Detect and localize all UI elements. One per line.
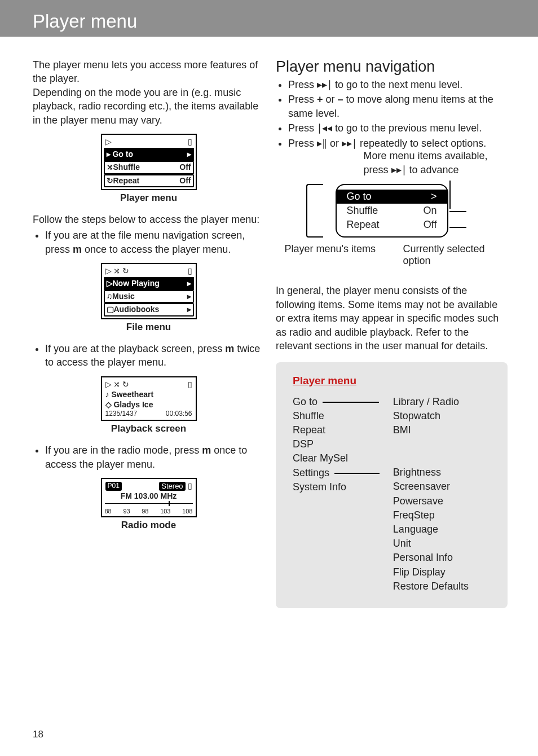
play-icon: ▷ <box>105 267 112 275</box>
device-caption-playback: Playback screen <box>33 423 264 434</box>
intro-paragraph-2: Depending on the mode you are in (e.g. m… <box>33 86 264 127</box>
repeat-icon: ↻ <box>122 267 129 275</box>
chevron-icon: ▸ <box>187 279 191 288</box>
nav-bullet-2: Press + or – to move along menu items at… <box>288 93 508 120</box>
panel-subitem: Brightness <box>393 465 491 480</box>
battery-icon: ▯ <box>188 482 192 490</box>
device-screen-playback: ▷ ⤨ ↻ ▯ ♪ Sweetheart ◇ Gladys Ice 1235/1… <box>101 376 197 421</box>
repeat-icon: ↻ <box>122 380 129 389</box>
diagram-item-value: > <box>431 191 437 203</box>
play-icon: ▷ <box>105 380 112 389</box>
headphones-icon: ♫ <box>107 292 113 301</box>
panel-subitem: FreqStep <box>393 508 491 522</box>
nav-bullet-4: Press ▸∥ or ▸▸∣ repeatedly to select opt… <box>288 137 508 150</box>
radio-tick: 108 <box>182 508 192 515</box>
device-screen-radio: P01 Stereo ▯ FM 103.00 MHz 88 93 98 103 … <box>101 478 197 517</box>
panel-item: Clear MySel <box>293 451 383 465</box>
chevron-icon: ▸ <box>187 150 191 159</box>
track-counter: 1235/1437 <box>105 410 138 417</box>
diagram-item-label: Go to <box>347 191 372 203</box>
diagram-item-label: Repeat <box>347 219 380 231</box>
fwd-icon: ▸▸∣ <box>317 78 332 91</box>
step-3: If you are in the radio mode, press m on… <box>45 443 264 471</box>
panel-item: DSP <box>293 437 383 451</box>
book-icon: ▢ <box>107 305 114 314</box>
panel-item: System Info <box>293 480 383 494</box>
panel-item-settings: Settings <box>293 466 383 480</box>
nav-bullet-1: Press ▸▸∣ to go to the next menu level. <box>288 78 508 91</box>
general-paragraph: In general, the player menu consists of … <box>276 284 508 353</box>
diagram-connector <box>449 211 466 212</box>
battery-icon: ▯ <box>188 380 192 389</box>
shuffle-icon: ⤨ <box>113 380 120 389</box>
panel-item: Repeat <box>293 423 383 437</box>
radio-tick: 103 <box>160 508 170 515</box>
radio-frequency: FM 103.00 MHz <box>104 492 194 500</box>
radio-stereo-badge: Stereo <box>159 482 185 491</box>
panel-subitem: Library / Radio <box>393 395 491 409</box>
m-key: m <box>202 445 211 456</box>
m-key: m <box>73 244 82 255</box>
battery-icon: ▯ <box>188 267 192 275</box>
title-bar: Player menu <box>0 0 538 37</box>
shuffle-icon: ⤨ <box>113 267 120 275</box>
device-caption-file-menu: File menu <box>33 322 264 333</box>
panel-subitem: Stopwatch <box>393 409 491 423</box>
play-icon: ▷ <box>107 279 113 288</box>
chevron-icon: ▸ <box>187 305 191 314</box>
menu-item-value: Off <box>179 163 191 172</box>
minus-key: – <box>338 94 343 105</box>
fwd-icon: ▸▸∣ <box>391 163 407 177</box>
device-caption-player-menu: Player menu <box>33 192 264 204</box>
shuffle-icon: ⤨ <box>107 163 113 172</box>
panel-subitem: Language <box>393 522 491 537</box>
radio-tick: 93 <box>123 508 130 515</box>
artist-icon: ◇ <box>105 401 112 409</box>
panel-subitem: Personal Info <box>393 551 491 565</box>
menu-item-label: Go to <box>112 150 133 159</box>
panel-title: Player menu <box>293 375 491 387</box>
left-column: The player menu lets you access more fea… <box>33 58 264 608</box>
player-menu-panel: Player menu Go to Shuffle Repeat DSP Cle… <box>276 362 508 608</box>
panel-item-goto: Go to <box>293 395 383 409</box>
radio-preset: P01 <box>105 482 122 491</box>
menu-item-label: Now Playing <box>113 279 160 288</box>
battery-icon: ▯ <box>188 138 192 146</box>
diagram-label-right: Currently selected option <box>403 243 499 267</box>
menu-item-label: Audiobooks <box>114 305 160 314</box>
panel-item: Shuffle <box>293 409 383 423</box>
step-2: If you are at the playback screen, press… <box>45 342 264 370</box>
note-icon: ♪ <box>105 390 109 399</box>
track-artist: Gladys Ice <box>113 400 153 409</box>
playpause-icon: ▸∥ <box>317 137 327 150</box>
rew-icon: ∣◂◂ <box>317 121 332 135</box>
nav-bullet-3: Press ∣◂◂ to go to the previous menu lev… <box>288 121 508 135</box>
chevron-icon: ▸ <box>107 150 111 159</box>
menu-item-label: Repeat <box>113 176 140 185</box>
device-screen-file-menu: ▷ ⤨ ↻ ▯ ▷Now Playing ▸ ♫Music ▸ ▢Audiobo… <box>101 263 197 319</box>
radio-tick: 88 <box>105 508 112 515</box>
repeat-icon: ↻ <box>107 177 113 185</box>
track-time: 00:03:56 <box>166 410 192 417</box>
menu-item-value: Off <box>179 177 191 185</box>
diagram-item-value: Off <box>424 219 437 231</box>
page-title: Player menu <box>33 11 137 32</box>
device-caption-radio: Radio mode <box>33 520 264 531</box>
step-1: If you are at the file menu navigation s… <box>45 228 264 256</box>
connector-line <box>323 402 379 403</box>
intro-paragraph-1: The player menu lets you access more fea… <box>33 58 264 86</box>
diagram-item-value: On <box>423 205 436 217</box>
fwd-icon: ▸▸∣ <box>342 137 357 150</box>
panel-subitem: Flip Display <box>393 565 491 579</box>
diagram-label-left: Player menu's items <box>285 243 376 267</box>
play-icon: ▷ <box>105 138 112 146</box>
menu-item-label: Shuffle <box>113 162 140 172</box>
chevron-icon: ▸ <box>187 292 191 301</box>
panel-subitem: Screensaver <box>393 480 491 494</box>
page-number: 18 <box>33 729 43 740</box>
device-screen-player-menu: ▷ ▯ ▸ Go to ▸ ⤨Shuffle Off ↻Repeat Off <box>101 134 197 190</box>
diagram-bracket <box>306 184 323 238</box>
connector-line <box>334 473 380 474</box>
menu-diagram: More menu items available, press ▸▸∣ to … <box>285 184 499 267</box>
panel-subitem: Unit <box>393 537 491 551</box>
